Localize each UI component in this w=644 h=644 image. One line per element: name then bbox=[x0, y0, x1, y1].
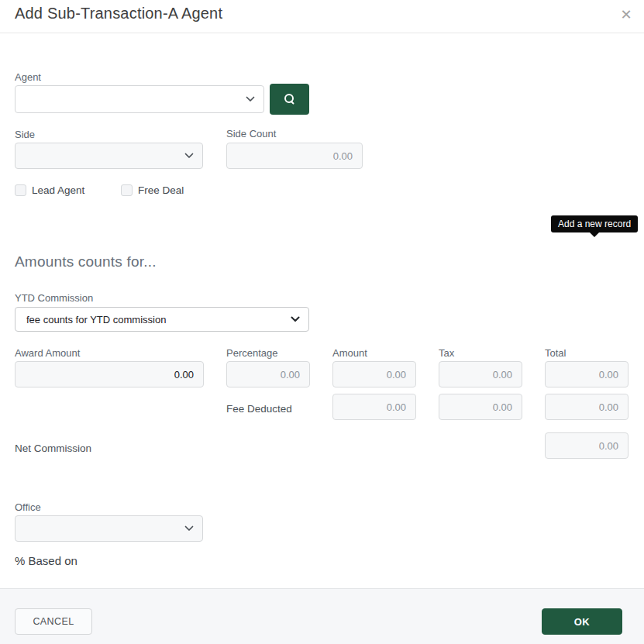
ytd-commission-select[interactable]: fee counts for YTD commission bbox=[15, 307, 309, 332]
add-new-record-tooltip: Add a new record bbox=[551, 215, 638, 232]
side-label: Side bbox=[15, 129, 35, 140]
chevron-down-icon bbox=[291, 316, 300, 322]
add-sub-transaction-agent-dialog: Add Sub-Transaction-A Agent ✕ Agent Side… bbox=[0, 0, 644, 644]
dialog-footer: CANCEL OK bbox=[0, 588, 644, 644]
total-input bbox=[545, 361, 629, 387]
side-select[interactable] bbox=[15, 143, 203, 169]
amount-input bbox=[332, 361, 416, 387]
dialog-title: Add Sub-Transaction-A Agent bbox=[15, 5, 222, 22]
cancel-button[interactable]: CANCEL bbox=[15, 608, 92, 635]
ytd-commission-select-value: fee counts for YTD commission bbox=[26, 314, 166, 325]
dialog-header: Add Sub-Transaction-A Agent ✕ bbox=[0, 0, 644, 33]
agent-combobox-input[interactable] bbox=[15, 86, 263, 112]
net-commission-label: Net Commission bbox=[15, 443, 91, 454]
ytd-commission-label: YTD Commission bbox=[15, 292, 93, 304]
tax-column-label: Tax bbox=[439, 347, 454, 359]
percent-based-on-label: % Based on bbox=[15, 554, 77, 567]
office-label: Office bbox=[15, 501, 41, 513]
agent-combobox[interactable] bbox=[15, 85, 264, 113]
amounts-section-heading: Amounts counts for... bbox=[15, 253, 157, 270]
award-amount-input[interactable] bbox=[15, 361, 204, 387]
net-commission-input bbox=[545, 432, 629, 459]
agent-label: Agent bbox=[15, 71, 41, 83]
lead-agent-checkbox[interactable] bbox=[15, 184, 26, 196]
free-deal-checkbox[interactable] bbox=[121, 184, 133, 196]
percentage-column-label: Percentage bbox=[226, 347, 278, 359]
chevron-down-icon bbox=[184, 153, 194, 159]
chevron-down-icon bbox=[184, 525, 194, 532]
agent-search-button[interactable] bbox=[270, 84, 309, 115]
fee-deducted-total-input bbox=[545, 394, 629, 420]
amount-column-label: Amount bbox=[332, 347, 367, 359]
fee-deducted-label: Fee Deducted bbox=[226, 403, 292, 415]
award-amount-label: Award Amount bbox=[15, 347, 80, 359]
search-icon bbox=[284, 93, 296, 105]
fee-deducted-tax-input bbox=[439, 394, 522, 420]
chevron-down-icon bbox=[246, 96, 255, 102]
lead-agent-checkbox-label: Lead Agent bbox=[32, 184, 84, 196]
close-icon[interactable]: ✕ bbox=[615, 4, 637, 26]
side-count-input[interactable] bbox=[226, 143, 363, 169]
side-count-label: Side Count bbox=[226, 128, 276, 139]
total-column-label: Total bbox=[545, 347, 566, 359]
office-select[interactable] bbox=[15, 515, 203, 542]
tax-input bbox=[439, 361, 522, 387]
percentage-input bbox=[226, 361, 310, 387]
ok-button[interactable]: OK bbox=[542, 608, 622, 635]
free-deal-checkbox-label: Free Deal bbox=[138, 184, 184, 196]
fee-deducted-amount-input bbox=[332, 394, 416, 420]
